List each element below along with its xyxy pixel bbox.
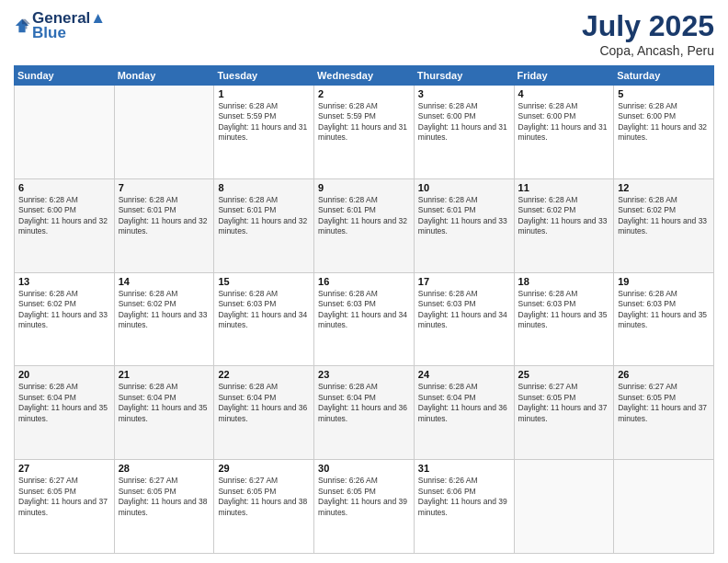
day-number: 17 bbox=[418, 276, 510, 287]
day-number: 3 bbox=[418, 88, 510, 99]
calendar-cell: 2Sunrise: 6:28 AMSunset: 5:59 PMDaylight… bbox=[314, 86, 415, 179]
day-info: Sunrise: 6:28 AMSunset: 6:00 PMDaylight:… bbox=[518, 101, 610, 144]
day-info: Sunrise: 6:28 AMSunset: 6:01 PMDaylight:… bbox=[318, 195, 410, 237]
day-info: Sunrise: 6:28 AMSunset: 5:59 PMDaylight:… bbox=[218, 101, 310, 144]
col-wednesday: Wednesday bbox=[314, 66, 415, 86]
day-info: Sunrise: 6:28 AMSunset: 6:02 PMDaylight:… bbox=[618, 195, 710, 237]
day-info: Sunrise: 6:28 AMSunset: 6:04 PMDaylight:… bbox=[119, 382, 210, 424]
calendar-cell: 31Sunrise: 6:26 AMSunset: 6:06 PMDayligh… bbox=[414, 460, 514, 554]
calendar-cell: 26Sunrise: 6:27 AMSunset: 6:05 PMDayligh… bbox=[614, 366, 714, 460]
col-tuesday: Tuesday bbox=[214, 66, 314, 86]
calendar-cell: 30Sunrise: 6:26 AMSunset: 6:05 PMDayligh… bbox=[314, 460, 415, 554]
col-monday: Monday bbox=[114, 66, 214, 86]
day-number: 13 bbox=[18, 276, 110, 287]
calendar-cell bbox=[15, 86, 115, 179]
day-number: 26 bbox=[618, 369, 710, 380]
logo-icon bbox=[14, 17, 30, 34]
calendar-cell: 4Sunrise: 6:28 AMSunset: 6:00 PMDaylight… bbox=[514, 86, 614, 179]
day-info: Sunrise: 6:28 AMSunset: 6:00 PMDaylight:… bbox=[18, 195, 110, 237]
col-friday: Friday bbox=[514, 66, 614, 86]
day-info: Sunrise: 6:28 AMSunset: 6:03 PMDaylight:… bbox=[318, 289, 410, 331]
day-number: 29 bbox=[218, 463, 310, 474]
col-sunday: Sunday bbox=[15, 66, 115, 86]
day-number: 7 bbox=[119, 182, 210, 193]
calendar-week-2: 13Sunrise: 6:28 AMSunset: 6:02 PMDayligh… bbox=[15, 272, 714, 366]
day-number: 18 bbox=[518, 276, 610, 287]
day-info: Sunrise: 6:27 AMSunset: 6:05 PMDaylight:… bbox=[218, 476, 310, 518]
calendar-header-row: Sunday Monday Tuesday Wednesday Thursday… bbox=[15, 66, 714, 86]
calendar-cell: 5Sunrise: 6:28 AMSunset: 6:00 PMDaylight… bbox=[614, 86, 714, 179]
day-info: Sunrise: 6:28 AMSunset: 6:01 PMDaylight:… bbox=[418, 195, 510, 237]
calendar-cell: 16Sunrise: 6:28 AMSunset: 6:03 PMDayligh… bbox=[314, 272, 415, 366]
day-number: 20 bbox=[18, 369, 110, 380]
day-number: 27 bbox=[18, 463, 110, 474]
day-info: Sunrise: 6:28 AMSunset: 6:02 PMDaylight:… bbox=[119, 289, 210, 331]
day-info: Sunrise: 6:28 AMSunset: 5:59 PMDaylight:… bbox=[318, 101, 410, 144]
day-info: Sunrise: 6:28 AMSunset: 6:03 PMDaylight:… bbox=[518, 289, 610, 331]
day-number: 21 bbox=[119, 369, 210, 380]
logo: General▲ Blue bbox=[14, 9, 106, 42]
calendar-cell: 6Sunrise: 6:28 AMSunset: 6:00 PMDaylight… bbox=[15, 178, 115, 272]
day-number: 2 bbox=[318, 88, 410, 99]
day-info: Sunrise: 6:26 AMSunset: 6:05 PMDaylight:… bbox=[318, 476, 410, 518]
day-info: Sunrise: 6:27 AMSunset: 6:05 PMDaylight:… bbox=[119, 476, 210, 518]
day-number: 25 bbox=[518, 369, 610, 380]
subtitle: Copa, Ancash, Peru bbox=[582, 43, 714, 58]
calendar-cell: 18Sunrise: 6:28 AMSunset: 6:03 PMDayligh… bbox=[514, 272, 614, 366]
day-number: 12 bbox=[618, 182, 710, 193]
calendar-cell bbox=[514, 460, 614, 554]
calendar-cell: 8Sunrise: 6:28 AMSunset: 6:01 PMDaylight… bbox=[214, 178, 314, 272]
col-thursday: Thursday bbox=[414, 66, 514, 86]
calendar-cell: 1Sunrise: 6:28 AMSunset: 5:59 PMDaylight… bbox=[214, 86, 314, 179]
day-number: 14 bbox=[119, 276, 210, 287]
day-number: 5 bbox=[618, 88, 710, 99]
day-number: 1 bbox=[218, 88, 310, 99]
col-saturday: Saturday bbox=[614, 66, 714, 86]
calendar-cell: 25Sunrise: 6:27 AMSunset: 6:05 PMDayligh… bbox=[514, 366, 614, 460]
calendar-cell: 17Sunrise: 6:28 AMSunset: 6:03 PMDayligh… bbox=[414, 272, 514, 366]
calendar-cell: 9Sunrise: 6:28 AMSunset: 6:01 PMDaylight… bbox=[314, 178, 415, 272]
calendar-week-4: 27Sunrise: 6:27 AMSunset: 6:05 PMDayligh… bbox=[15, 460, 714, 554]
header: General▲ Blue July 2025 Copa, Ancash, Pe… bbox=[14, 9, 714, 58]
calendar-cell: 24Sunrise: 6:28 AMSunset: 6:04 PMDayligh… bbox=[414, 366, 514, 460]
day-info: Sunrise: 6:27 AMSunset: 6:05 PMDaylight:… bbox=[18, 476, 110, 518]
day-info: Sunrise: 6:28 AMSunset: 6:02 PMDaylight:… bbox=[18, 289, 110, 331]
day-number: 4 bbox=[518, 88, 610, 99]
day-info: Sunrise: 6:28 AMSunset: 6:04 PMDaylight:… bbox=[418, 382, 510, 424]
day-info: Sunrise: 6:28 AMSunset: 6:03 PMDaylight:… bbox=[218, 289, 310, 331]
day-number: 24 bbox=[418, 369, 510, 380]
day-number: 10 bbox=[418, 182, 510, 193]
calendar-cell: 7Sunrise: 6:28 AMSunset: 6:01 PMDaylight… bbox=[114, 178, 214, 272]
day-info: Sunrise: 6:28 AMSunset: 6:01 PMDaylight:… bbox=[218, 195, 310, 237]
day-number: 6 bbox=[18, 182, 110, 193]
day-number: 28 bbox=[119, 463, 210, 474]
calendar-table: Sunday Monday Tuesday Wednesday Thursday… bbox=[14, 65, 714, 554]
calendar-week-0: 1Sunrise: 6:28 AMSunset: 5:59 PMDaylight… bbox=[15, 86, 714, 179]
calendar-cell: 29Sunrise: 6:27 AMSunset: 6:05 PMDayligh… bbox=[214, 460, 314, 554]
calendar-cell: 19Sunrise: 6:28 AMSunset: 6:03 PMDayligh… bbox=[614, 272, 714, 366]
page: General▲ Blue July 2025 Copa, Ancash, Pe… bbox=[0, 0, 728, 563]
day-info: Sunrise: 6:28 AMSunset: 6:03 PMDaylight:… bbox=[618, 289, 710, 331]
month-title: July 2025 bbox=[582, 9, 714, 43]
day-info: Sunrise: 6:28 AMSunset: 6:04 PMDaylight:… bbox=[18, 382, 110, 424]
day-number: 31 bbox=[418, 463, 510, 474]
calendar-cell: 22Sunrise: 6:28 AMSunset: 6:04 PMDayligh… bbox=[214, 366, 314, 460]
calendar-cell: 28Sunrise: 6:27 AMSunset: 6:05 PMDayligh… bbox=[114, 460, 214, 554]
calendar-cell: 11Sunrise: 6:28 AMSunset: 6:02 PMDayligh… bbox=[514, 178, 614, 272]
day-info: Sunrise: 6:28 AMSunset: 6:03 PMDaylight:… bbox=[418, 289, 510, 331]
calendar-cell: 20Sunrise: 6:28 AMSunset: 6:04 PMDayligh… bbox=[15, 366, 115, 460]
day-number: 30 bbox=[318, 463, 410, 474]
day-info: Sunrise: 6:27 AMSunset: 6:05 PMDaylight:… bbox=[618, 382, 710, 424]
day-info: Sunrise: 6:28 AMSunset: 6:00 PMDaylight:… bbox=[418, 101, 510, 144]
day-number: 19 bbox=[618, 276, 710, 287]
day-info: Sunrise: 6:28 AMSunset: 6:04 PMDaylight:… bbox=[318, 382, 410, 424]
title-block: July 2025 Copa, Ancash, Peru bbox=[582, 9, 714, 58]
day-number: 15 bbox=[218, 276, 310, 287]
calendar-week-3: 20Sunrise: 6:28 AMSunset: 6:04 PMDayligh… bbox=[15, 366, 714, 460]
day-info: Sunrise: 6:27 AMSunset: 6:05 PMDaylight:… bbox=[518, 382, 610, 424]
day-info: Sunrise: 6:28 AMSunset: 6:02 PMDaylight:… bbox=[518, 195, 610, 237]
calendar-week-1: 6Sunrise: 6:28 AMSunset: 6:00 PMDaylight… bbox=[15, 178, 714, 272]
day-info: Sunrise: 6:28 AMSunset: 6:00 PMDaylight:… bbox=[618, 101, 710, 144]
day-number: 8 bbox=[218, 182, 310, 193]
day-number: 11 bbox=[518, 182, 610, 193]
